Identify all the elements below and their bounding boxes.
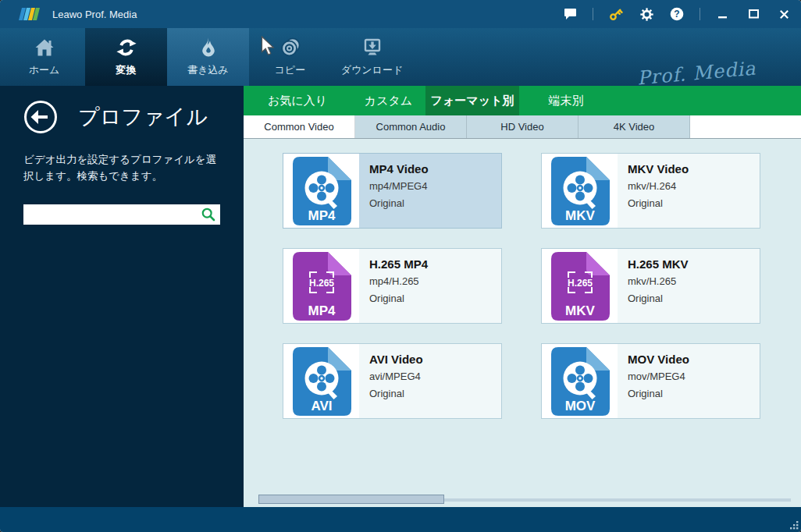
feedback-button[interactable] [562,5,578,23]
profile-card-mov-video[interactable]: MOV MOV Video mov/MPEG4 Original [541,343,760,419]
svg-text:MP4: MP4 [308,208,336,223]
profile-quality: Original [628,197,760,209]
format-file-icon: H.265 MP4 [283,249,359,323]
profile-card-text: H.265 MKV mkv/H.265 Original [618,249,760,323]
burn-flame-icon [197,37,220,59]
nav-tab-label: 変換 [116,63,137,77]
speech-bubble-icon [564,8,577,20]
format-file-icon: MKV [542,154,618,228]
sidebar-description: ビデオ出力を設定するプロファイルを選択します。検索もできます。 [23,152,225,185]
profile-card-h265-mp4[interactable]: H.265 MP4 H.265 MP4 mp4/H.265 Original [283,248,502,324]
profile-card-h265-mkv[interactable]: H.265 MKV H.265 MKV mkv/H.265 Original [541,248,760,324]
format-file-icon: MP4 [283,154,359,228]
nav-tab-home[interactable]: ホーム [3,28,85,86]
question-icon: ? [670,7,684,21]
svg-text:MOV: MOV [564,399,595,413]
profile-codec: mkv/H.264 [628,180,760,192]
svg-text:H.265: H.265 [308,277,333,288]
nav-tab-label: ダウンロード [341,63,404,77]
window-title: Leawo Prof. Media [52,9,137,20]
nav-tab-burn[interactable]: 書き込み [167,28,249,86]
status-bar [0,507,801,532]
profile-title: MKV Video [628,162,760,176]
format-tab-favorites[interactable]: お気に入り [244,86,351,115]
back-button[interactable] [23,100,58,134]
category-tab-filler [690,115,801,138]
profile-codec: mkv/H.265 [628,275,760,287]
profile-quality: Original [369,293,501,304]
app-logo-icon [20,6,41,22]
svg-text:MKV: MKV [565,208,595,223]
profiles-panel: お気に入り カスタム フォーマット別 端末別 Common Video Comm… [244,86,801,507]
close-icon [778,9,790,20]
format-tab-by-device[interactable]: 端末別 [519,86,613,115]
search-input[interactable] [23,204,201,225]
profile-card-text: H.265 MP4 mp4/H.265 Original [359,249,501,323]
sidebar-title: プロファイル [78,103,208,131]
profile-quality: Original [628,293,760,304]
resize-grip[interactable] [789,520,799,530]
titlebar-separator [593,8,593,20]
minimize-button[interactable] [715,5,731,23]
profile-card-text: MP4 Video mp4/MPEG4 Original [359,154,501,228]
search-icon[interactable] [201,207,215,222]
svg-text:MKV: MKV [565,303,595,318]
close-button[interactable] [776,5,792,23]
profile-title: H.265 MKV [628,257,760,271]
brand-signature: Prof. Media [636,57,756,89]
profile-sidebar: プロファイル ビデオ出力を設定するプロファイルを選択します。検索もできます。 [0,86,244,507]
profile-card-text: AVI Video avi/MPEG4 Original [359,344,501,418]
category-tab-bar: Common Video Common Audio HD Video 4K Vi… [244,115,801,139]
profile-title: MOV Video [628,353,760,366]
nav-tab-copy[interactable]: コピー [249,28,331,86]
profile-title: MP4 Video [369,162,501,176]
register-button[interactable] [608,5,624,23]
download-icon [361,37,384,59]
settings-button[interactable] [639,5,654,23]
profile-quality: Original [628,388,760,399]
maximize-button[interactable] [746,5,761,23]
profile-quality: Original [369,388,501,399]
nav-tab-download[interactable]: ダウンロード [331,28,413,86]
nav-tab-label: コピー [275,63,306,77]
profile-quality: Original [369,197,501,209]
disc-copy-icon [279,37,302,59]
svg-text:AVI: AVI [311,399,332,413]
profile-card-text: MKV Video mkv/H.264 Original [618,154,760,228]
app-window: Leawo Prof. Media [0,0,801,532]
key-icon [608,6,624,22]
nav-tab-label: ホーム [29,63,60,77]
format-file-icon: AVI [283,344,359,418]
maximize-icon [748,9,760,20]
profile-card-mp4-video[interactable]: MP4 MP4 Video mp4/MPEG4 Original [283,153,502,229]
format-tab-by-format[interactable]: フォーマット別 [425,86,519,115]
horizontal-scrollbar-thumb[interactable] [258,495,444,504]
svg-text:MP4: MP4 [308,303,336,318]
titlebar: Leawo Prof. Media [0,0,801,28]
category-tab-hd-video[interactable]: HD Video [467,115,578,138]
titlebar-separator [700,8,700,20]
profile-card-avi-video[interactable]: AVI AVI Video avi/MPEG4 Original [283,343,502,419]
back-arrow-icon [23,100,58,134]
category-tab-common-audio[interactable]: Common Audio [355,115,467,138]
category-tab-4k-video[interactable]: 4K Video [578,115,690,138]
main-navbar: ホーム 変換 書き込み [0,28,801,86]
profile-codec: avi/MPEG4 [369,371,501,382]
svg-text:H.265: H.265 [567,277,592,288]
profile-card-text: MOV Video mov/MPEG4 Original [618,344,760,418]
category-tab-common-video[interactable]: Common Video [244,115,355,138]
format-file-icon: H.265 MKV [542,249,618,323]
profile-codec: mov/MPEG4 [628,371,760,382]
profile-card-mkv-video[interactable]: MKV MKV Video mkv/H.264 Original [541,153,760,229]
help-button[interactable]: ? [669,5,685,23]
gear-icon [639,7,654,22]
profile-codec: mp4/MPEG4 [369,180,501,192]
home-icon [33,37,56,59]
nav-tab-convert[interactable]: 変換 [85,28,167,86]
profile-search-box [23,204,220,225]
nav-tab-label: 書き込み [187,63,229,77]
minimize-icon [717,8,728,20]
svg-text:?: ? [674,9,679,20]
profile-codec: mp4/H.265 [369,275,501,287]
format-tab-custom[interactable]: カスタム [351,86,425,115]
